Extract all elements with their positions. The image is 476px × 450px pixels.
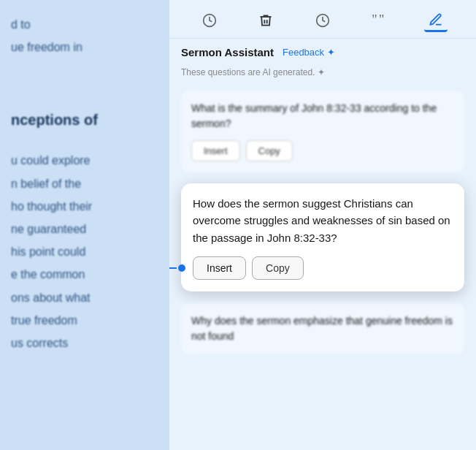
bg-line-16: us corrects [11, 333, 156, 353]
panel-subtitle: These questions are AI generated. ✦ [169, 64, 476, 85]
edit-icon[interactable] [424, 9, 448, 32]
bg-line-11: ne guaranteed [11, 219, 156, 239]
question-text-3: Why does the sermon emphasize that genui… [191, 313, 454, 344]
feedback-link[interactable]: Feedback ✦ [283, 47, 335, 58]
panel-header: Sermon Assistant Feedback ✦ [169, 39, 476, 64]
copy-button-1[interactable]: Copy [246, 140, 293, 161]
insert-button-1[interactable]: Insert [191, 140, 240, 161]
trash-icon[interactable] [254, 9, 277, 32]
questions-list: What is the summary of John 8:32-33 acco… [169, 85, 476, 450]
arrow-indicator [169, 264, 185, 272]
bg-line-14: ons about what [11, 288, 156, 308]
arrow-line [169, 267, 177, 269]
insert-button-2[interactable]: Insert [193, 256, 246, 280]
clock-icon[interactable] [198, 9, 221, 32]
svg-text:": " [372, 14, 377, 27]
svg-text:": " [379, 14, 384, 27]
bg-line-9: n belief of the [11, 174, 156, 194]
copy-button-2[interactable]: Copy [252, 256, 304, 280]
bg-line-2: ue freedom in [11, 37, 156, 57]
question-card-2: How does the sermon suggest Christians c… [181, 183, 464, 291]
panel-title: Sermon Assistant [181, 46, 274, 58]
question-text-2: How does the sermon suggest Christians c… [193, 195, 453, 246]
bg-heading: nceptions of [11, 107, 156, 132]
card-buttons-1: Insert Copy [191, 140, 454, 161]
question-card-3: Why does the sermon emphasize that genui… [181, 303, 464, 354]
quote-icon[interactable]: " " [368, 9, 391, 32]
bg-line-15: true freedom [11, 310, 156, 330]
question-card-1: What is the summary of John 8:32-33 acco… [181, 91, 464, 172]
arrow-dot [178, 264, 185, 272]
bg-line-1: d to [11, 15, 156, 34]
bg-line-12: his point could [11, 242, 156, 262]
sermon-assistant-panel: " " Sermon Assistant Feedback ✦ These qu… [169, 0, 476, 450]
question-text-1: What is the summary of John 8:32-33 acco… [191, 101, 454, 131]
bg-line-10: ho thought their [11, 197, 156, 216]
bg-line-8: u could explore [11, 150, 156, 170]
toolbar: " " [169, 0, 476, 39]
active-buttons-2: Insert Copy [193, 256, 453, 280]
clock-alt-icon[interactable] [311, 9, 334, 32]
bg-line-13: e the common [11, 264, 156, 284]
left-background: d to ue freedom in nceptions of u could … [0, 0, 166, 450]
